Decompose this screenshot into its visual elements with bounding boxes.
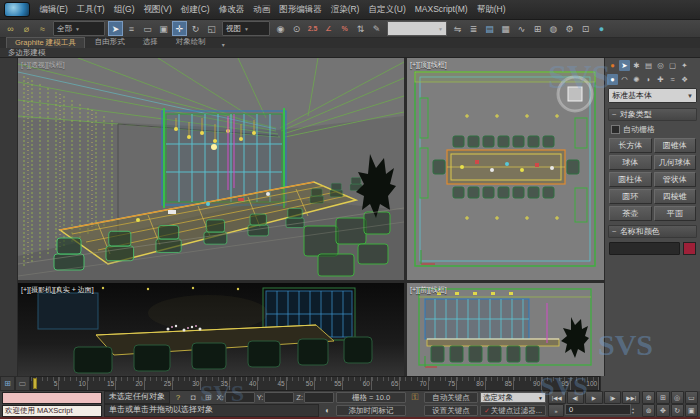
shapes-icon[interactable]: ◠ <box>619 74 630 85</box>
create-tab-icon[interactable]: ➤ <box>619 60 630 71</box>
viewport-label[interactable]: [+][前][线框] <box>410 285 447 295</box>
hierarchy-tab-icon[interactable]: ▤ <box>643 60 654 71</box>
select-and-link-icon[interactable]: ∞ <box>3 21 18 36</box>
align-icon[interactable]: ≣ <box>466 21 481 36</box>
key-target-dropdown[interactable]: 选定对象▼ <box>480 392 546 403</box>
time-tag-icon[interactable]: ◐ <box>321 405 334 416</box>
viewport-label[interactable]: [+][顶][线框] <box>410 60 447 70</box>
helpers-icon[interactable]: ✚ <box>655 74 666 85</box>
menu-item[interactable]: 图形编辑器 <box>275 0 327 19</box>
key-filters-button[interactable]: ✓关键点过滤器... <box>480 405 546 416</box>
set-keys-icon[interactable]: ⚿ <box>408 392 422 403</box>
menu-item[interactable]: 工具(T) <box>72 0 109 19</box>
time-configuration-icon[interactable]: ⊚ <box>642 404 655 417</box>
object-type-button[interactable]: 四棱锥 <box>654 189 697 204</box>
window-crossing-icon[interactable]: ▣ <box>156 21 171 36</box>
select-and-manipulate-icon[interactable]: ⊙ <box>289 21 304 36</box>
named-selection-sets-dropdown[interactable]: ▼ <box>387 21 447 36</box>
percent-snap-toggle-icon[interactable]: % <box>337 21 352 36</box>
open-mini-curve-editor-icon[interactable]: ⊞ <box>0 376 15 391</box>
object-type-button[interactable]: 圆环 <box>609 189 652 204</box>
z-coordinate-field[interactable] <box>304 392 334 403</box>
object-type-rollout[interactable]: − 对象类型 <box>608 108 697 121</box>
render-production-icon[interactable]: ● <box>594 21 609 36</box>
viewport-camera[interactable]: [+][摄影机][真实 + 边面] <box>18 283 404 376</box>
zoom-extents-icon[interactable]: ◎ <box>671 391 684 404</box>
menu-item[interactable]: 动画 <box>249 0 275 19</box>
selection-lock-icon[interactable]: ◘ <box>187 392 200 403</box>
ribbon-panel-strip[interactable]: 多边形建模 <box>0 48 700 58</box>
display-tab-icon[interactable]: ▢ <box>667 60 678 71</box>
go-to-end-button[interactable]: ▶▶| <box>622 391 640 404</box>
menu-item[interactable]: MAXScript(M) <box>410 0 472 19</box>
maxscript-mini-listener[interactable]: 欢迎使用 MAXScript <box>2 405 102 417</box>
menu-item[interactable]: 帮助(H) <box>472 0 510 19</box>
ribbon-tab[interactable]: 自由形式 <box>87 37 133 48</box>
zoom-all-icon[interactable]: ⊞ <box>656 391 669 404</box>
object-type-button[interactable]: 圆柱体 <box>609 172 652 187</box>
object-type-button[interactable]: 茶壶 <box>609 206 652 221</box>
menu-item[interactable]: 修改器 <box>214 0 249 19</box>
orbit-icon[interactable]: ↻ <box>671 404 684 417</box>
ribbon-tab[interactable]: Graphite 建模工具 <box>6 37 85 48</box>
reference-coordinate-dropdown[interactable]: 视图▼ <box>222 21 270 36</box>
object-type-button[interactable]: 管状体 <box>654 172 697 187</box>
select-and-move-icon[interactable]: ✛ <box>172 21 187 36</box>
menu-item[interactable]: 组(G) <box>109 0 139 19</box>
systems-icon[interactable]: ❖ <box>679 74 690 85</box>
x-coordinate-field[interactable] <box>225 392 255 403</box>
object-type-button[interactable]: 圆锥体 <box>654 138 697 153</box>
selection-filter-dropdown[interactable]: 全部▼ <box>53 21 105 36</box>
modify-tab-icon[interactable]: ✱ <box>631 60 642 71</box>
viewport-top[interactable]: [+][顶][线框] <box>407 58 604 280</box>
time-slider-handle-icon[interactable]: ▭ <box>15 376 30 391</box>
select-object-icon[interactable]: ➤ <box>108 21 123 36</box>
use-pivot-point-center-icon[interactable]: ◉ <box>273 21 288 36</box>
space-warps-icon[interactable]: ≈ <box>667 74 678 85</box>
object-color-swatch[interactable] <box>683 242 696 255</box>
motion-tab-icon[interactable]: ◎ <box>655 60 666 71</box>
viewport-front[interactable]: [+][前][线框] <box>407 283 604 376</box>
zoom-region-icon[interactable]: ▭ <box>685 391 698 404</box>
ribbon-tab[interactable]: 对象绘制 <box>168 37 214 48</box>
viewport-label[interactable]: [+][摄影机][真实 + 边面] <box>21 285 94 295</box>
unlink-selection-icon[interactable]: ⌀ <box>19 21 34 36</box>
rectangular-selection-region-icon[interactable]: ▭ <box>140 21 155 36</box>
set-key-button[interactable]: 设置关键点 <box>424 405 478 416</box>
timeline-ruler[interactable]: 5101520253035404550556065707580859095100 <box>30 376 600 391</box>
menu-item[interactable]: 编辑(E) <box>35 0 72 19</box>
ribbon-overflow-icon[interactable]: ▾ <box>216 41 231 48</box>
play-button[interactable]: ▶ <box>585 391 603 404</box>
next-frame-button[interactable]: |▶ <box>604 391 622 404</box>
name-color-rollout[interactable]: − 名称和颜色 <box>608 225 697 238</box>
layer-manager-icon[interactable]: ▤ <box>482 21 497 36</box>
add-time-tag-button[interactable]: 添加时间标记 <box>336 405 406 416</box>
key-mode-toggle-button[interactable]: » <box>548 404 564 417</box>
current-frame-marker[interactable] <box>33 378 37 389</box>
object-type-button[interactable]: 长方体 <box>609 138 652 153</box>
curve-editor-icon[interactable]: ∿ <box>514 21 529 36</box>
menu-item[interactable]: 视图(V) <box>139 0 176 19</box>
isolate-toggle-icon[interactable]: ? <box>172 392 185 403</box>
autogrid-checkbox[interactable] <box>611 125 620 134</box>
bind-to-space-warp-icon[interactable]: ≈ <box>35 21 50 36</box>
object-type-button[interactable]: 球体 <box>609 155 652 170</box>
menu-item[interactable]: 自定义(U) <box>364 0 410 19</box>
edit-named-selection-sets-icon[interactable]: ✎ <box>369 21 384 36</box>
render-setup-icon[interactable]: ⚙ <box>562 21 577 36</box>
select-and-scale-icon[interactable]: ◱ <box>204 21 219 36</box>
ribbon-tab[interactable]: 选择 <box>135 37 166 48</box>
frame-spinner[interactable]: ▴▾ <box>632 404 640 417</box>
application-button[interactable] <box>4 2 30 17</box>
object-type-button[interactable]: 平面 <box>654 206 697 221</box>
previous-frame-button[interactable]: ◀| <box>567 391 585 404</box>
primitive-category-dropdown[interactable]: 标准基本体▼ <box>608 88 697 103</box>
menu-item[interactable]: 渲染(R) <box>326 0 364 19</box>
lights-icon[interactable]: ✺ <box>631 74 642 85</box>
rendered-frame-window-icon[interactable]: ⊡ <box>578 21 593 36</box>
angle-snap-toggle-icon[interactable]: ∠ <box>321 21 336 36</box>
graphite-ribbon-toggle-icon[interactable]: ▦ <box>498 21 513 36</box>
geometry-icon[interactable]: ● <box>607 74 618 85</box>
viewport-perspective[interactable]: [+][透视][线框] <box>18 58 404 280</box>
maximize-viewport-icon[interactable]: ▣ <box>685 404 698 417</box>
